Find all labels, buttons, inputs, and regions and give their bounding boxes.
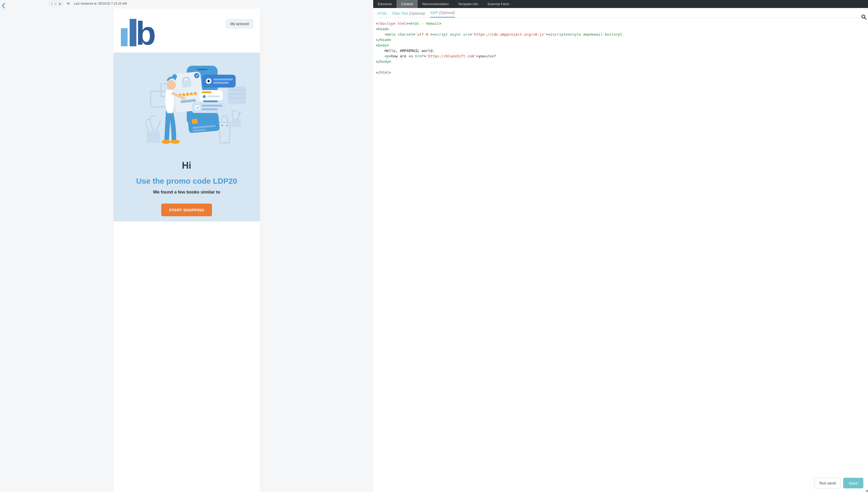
svg-rect-14	[182, 80, 191, 88]
brand-logo: b	[121, 19, 155, 46]
subtab-plain-text[interactable]: Plain Text (Optional)	[392, 11, 425, 18]
svg-point-37	[162, 140, 171, 144]
email-hi: Hi	[114, 160, 260, 171]
email-promo: Use the promo code LDP20	[114, 177, 260, 186]
chevron-left-icon	[2, 3, 6, 9]
logo-bar-icon	[130, 19, 136, 46]
svg-rect-7	[232, 119, 241, 127]
start-shopping-button[interactable]: START SHOPPING	[161, 203, 212, 216]
editor-panel: Elements Content Recommendation Template…	[373, 0, 868, 492]
email-preview: b My account	[114, 8, 260, 492]
test-send-button[interactable]: Test send	[814, 478, 841, 488]
code-editor[interactable]: <!doctype html><html ⚡ 4email> <head> <m…	[373, 18, 868, 492]
svg-rect-0	[151, 91, 166, 107]
preview-eye-icon[interactable]: 👁	[67, 2, 70, 6]
tab-external-fetch[interactable]: External Fetch	[483, 0, 514, 8]
svg-point-40	[172, 74, 177, 79]
last-rendered-label: Last rendered at: 05/20/20 7:15:25 AM	[74, 2, 127, 5]
svg-point-8	[221, 125, 223, 126]
svg-rect-2	[228, 86, 246, 104]
svg-point-30	[195, 105, 200, 110]
preview-top-controls: ▯ ▭ 🖥 👁 Last rendered at: 05/20/20 7:15:…	[0, 0, 373, 8]
logo-bar-icon	[121, 28, 127, 46]
save-button[interactable]: Save	[843, 478, 863, 488]
back-button[interactable]	[2, 3, 6, 10]
email-books: We found a few books similar to	[114, 190, 260, 195]
tablet-icon[interactable]: ▭	[54, 2, 57, 5]
desktop-icon[interactable]: 🖥	[58, 2, 61, 5]
svg-rect-23	[213, 79, 233, 80]
preview-panel: ▯ ▭ 🖥 👁 Last rendered at: 05/20/20 7:15:…	[0, 0, 373, 492]
email-hero: Hi Use the promo code LDP20 We found a f…	[114, 52, 260, 221]
footer-actions: Test send Save	[814, 478, 863, 488]
resize-handle-icon[interactable]	[864, 488, 868, 492]
svg-point-9	[226, 125, 228, 126]
svg-point-27	[203, 95, 206, 98]
primary-tabs: Elements Content Recommendation Template…	[373, 0, 868, 8]
subtab-html[interactable]: HTML	[377, 11, 387, 18]
svg-rect-24	[213, 82, 229, 84]
svg-rect-26	[201, 91, 212, 93]
tab-recommendation[interactable]: Recommendation	[418, 0, 453, 8]
my-account-button[interactable]: My account	[226, 19, 254, 29]
logo-letter-icon: b	[136, 21, 155, 46]
svg-rect-32	[201, 108, 218, 110]
tab-content[interactable]: Content	[396, 0, 418, 8]
preview-wrap: b My account	[0, 8, 373, 492]
email-header: b My account	[114, 8, 260, 52]
svg-rect-34	[192, 119, 197, 124]
secondary-tabs: HTML Plain Text (Optional) AMP (Optional…	[373, 8, 868, 18]
svg-point-39	[167, 80, 176, 90]
tab-elements[interactable]: Elements	[373, 0, 396, 8]
tab-template-info[interactable]: Template Info	[453, 0, 483, 8]
lightning-icon: ⚡	[421, 22, 424, 26]
mobile-icon[interactable]: ▯	[51, 2, 52, 5]
svg-rect-11	[197, 69, 207, 70]
svg-point-38	[170, 140, 179, 144]
svg-rect-6	[147, 131, 160, 143]
hero-illustration	[114, 60, 260, 153]
svg-rect-31	[201, 105, 222, 106]
device-toggle[interactable]: ▯ ▭ 🖥	[49, 1, 63, 6]
subtab-amp[interactable]: AMP (Optional)	[430, 10, 455, 18]
svg-rect-28	[207, 95, 220, 97]
